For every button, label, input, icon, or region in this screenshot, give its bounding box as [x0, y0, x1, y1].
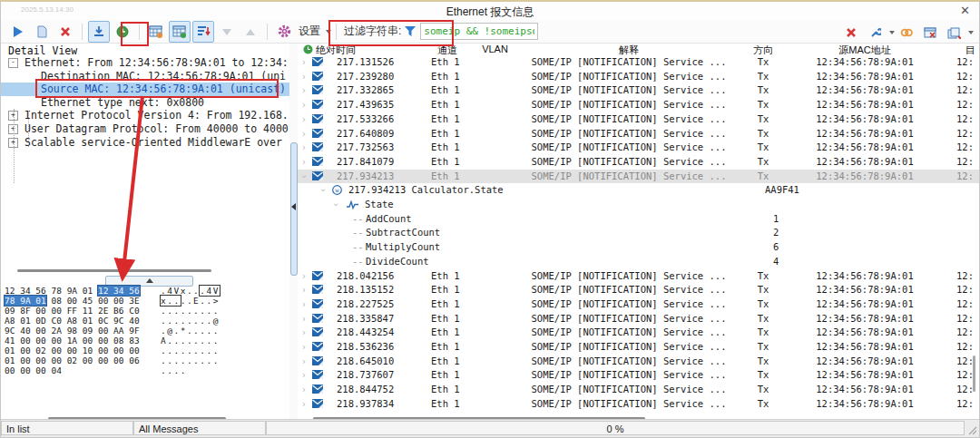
import-button[interactable]: [88, 21, 110, 43]
tree-item[interactable]: +Internet Protocol Version 4: From 192.1…: [1, 109, 289, 122]
start-button[interactable]: [7, 21, 29, 43]
table-row[interactable]: ›218.335847Eth 1SOME/IP [NOTIFICATION] S…: [298, 312, 980, 326]
settings-label[interactable]: 设置: [299, 24, 320, 39]
clear-button[interactable]: [54, 21, 76, 43]
tree-item[interactable]: Source MAC: 12:34:56:78:9A:01 (unicast): [1, 83, 289, 96]
hex-row[interactable]: 78 9A 01 08 00 45 00 00 3Ex....E..>: [5, 296, 286, 306]
col-header-vlan[interactable]: VLAN: [470, 44, 520, 54]
table-info-button[interactable]: [145, 21, 167, 43]
table-row[interactable]: ›217.841079Eth 1SOME/IP [NOTIFICATION] S…: [298, 155, 980, 170]
chevron-down-icon[interactable]: [326, 30, 331, 34]
chevron-right-icon[interactable]: ›: [302, 368, 306, 383]
table-add-icon: [172, 25, 187, 38]
link-button[interactable]: [896, 22, 917, 44]
delete-filter-button[interactable]: [840, 22, 862, 44]
table-row[interactable]: ›218.135152Eth 1SOME/IP [NOTIFICATION] S…: [298, 283, 980, 297]
tree-item[interactable]: Destination MAC: 12:34:56:78:9A:01 (uni: [1, 70, 289, 83]
chevron-down-icon[interactable]: ›: [334, 198, 338, 212]
table-row[interactable]: ›218.645010Eth 1SOME/IP [NOTIFICATION] S…: [298, 355, 980, 369]
table-row[interactable]: --MultiplyCount6: [298, 240, 980, 255]
chevron-right-icon[interactable]: ›: [302, 141, 306, 155]
signal-wave-icon: [347, 200, 358, 209]
hex-row[interactable]: 9C 40 00 2A 98 09 00 AA 9F.@.*.....: [5, 326, 286, 336]
cell-dest-mac: 12:: [956, 326, 974, 340]
chevron-right-icon[interactable]: ›: [302, 70, 306, 84]
panel-splitter[interactable]: [289, 44, 298, 421]
table-row[interactable]: ›217.533266Eth 1SOME/IP [NOTIFICATION] S…: [298, 112, 980, 127]
table-row[interactable]: ›217.640809Eth 1SOME/IP [NOTIFICATION] S…: [298, 127, 980, 141]
table-row[interactable]: ›217.131526Eth 1SOME/IP [NOTIFICATION] S…: [298, 55, 980, 70]
cell-channel: Eth 1: [431, 355, 460, 369]
tree-item-label: Ethernet: From 12:34:56:78:9A:01 to 12:3…: [24, 56, 289, 70]
table-row[interactable]: ›218.536236Eth 1SOME/IP [NOTIFICATION] S…: [298, 340, 980, 355]
tree-dash: --: [352, 226, 364, 240]
hex-row[interactable]: 09 8F 00 00 FF 11 2E B6 C0.........: [5, 306, 286, 316]
tree-item[interactable]: +Scalable service-Oriented MiddlewarE ov…: [1, 136, 289, 150]
chevron-right-icon[interactable]: ›: [302, 98, 306, 112]
table-row[interactable]: ›217.732563Eth 1SOME/IP [NOTIFICATION] S…: [298, 141, 980, 155]
chevron-right-icon[interactable]: ›: [302, 340, 306, 355]
table-row[interactable]: --DivideCount4: [298, 255, 980, 269]
hex-row[interactable]: 41 00 00 00 1A 00 00 08 83A........: [5, 336, 286, 346]
table-row[interactable]: ›218.227525Eth 1SOME/IP [NOTIFICATION] S…: [298, 297, 980, 312]
next-button[interactable]: [240, 21, 261, 43]
table-row[interactable]: ›218.937834Eth 1SOME/IP [NOTIFICATION] S…: [298, 397, 980, 412]
cell-source-mac: 12:34:56:78:9A:01: [806, 127, 924, 141]
table-row[interactable]: ›217.439635Eth 1SOME/IP [NOTIFICATION] S…: [298, 98, 980, 112]
table-row[interactable]: ›218.844752Eth 1SOME/IP [NOTIFICATION] S…: [298, 383, 980, 397]
table-row[interactable]: ›w217.934213 Calculator.StateAA9F41: [298, 183, 980, 198]
tree-horizontal-scrollbar[interactable]: [17, 269, 211, 272]
resize-grip-icon[interactable]: [967, 425, 977, 435]
chevron-right-icon[interactable]: ›: [302, 355, 306, 369]
hex-row[interactable]: A8 01 0D C0 A8 01 0C 9C 40........@: [5, 316, 286, 326]
table-row[interactable]: ›218.443254Eth 1SOME/IP [NOTIFICATION] S…: [298, 326, 980, 340]
table-row[interactable]: ›218.042156Eth 1SOME/IP [NOTIFICATION] S…: [298, 269, 980, 284]
prev-button[interactable]: [216, 21, 238, 43]
table-vertical-scrollbar[interactable]: [973, 355, 975, 392]
time-button[interactable]: [112, 21, 133, 43]
table-row[interactable]: --AddCount1: [298, 212, 980, 227]
chevron-right-icon[interactable]: ›: [302, 83, 306, 98]
detail-field-value: 2: [773, 226, 779, 240]
chevron-right-icon[interactable]: ›: [302, 269, 306, 284]
cell-interpretation: SOME/IP [NOTIFICATION] Service ...: [515, 340, 742, 355]
tree-item[interactable]: Ethernet type next: 0x0800: [1, 96, 289, 110]
table-row[interactable]: --SubtractCount2: [298, 226, 980, 240]
chevron-right-icon[interactable]: ›: [302, 155, 306, 170]
settings-gear-button[interactable]: [273, 21, 295, 43]
chevron-right-icon[interactable]: ›: [302, 326, 306, 340]
chevron-down-icon[interactable]: [968, 31, 974, 34]
tree-item[interactable]: +User Datagram Protocol: From 40000 to 4…: [1, 122, 289, 136]
hex-row[interactable]: 01 00 02 00 00 10 00 00 00.........: [5, 346, 286, 355]
table-row[interactable]: ›217.332865Eth 1SOME/IP [NOTIFICATION] S…: [298, 83, 980, 98]
new-document-button[interactable]: [31, 21, 53, 43]
chevron-right-icon[interactable]: ›: [302, 127, 306, 141]
export-button[interactable]: [943, 22, 965, 44]
table-row[interactable]: ›217.239280Eth 1SOME/IP [NOTIFICATION] S…: [298, 70, 980, 84]
chevron-right-icon[interactable]: ›: [302, 297, 306, 312]
hex-bytes: 01 00 02 00 00 10 00 00 00: [5, 346, 140, 355]
tree-item[interactable]: -Ethernet: From 12:34:56:78:9A:01 to 12:…: [1, 56, 289, 70]
hex-row[interactable]: 01 00 00 00 02 00 00 00 06.........: [5, 355, 286, 365]
cell-direction: Tx: [750, 155, 777, 170]
chevron-right-icon[interactable]: ›: [302, 397, 306, 412]
chevron-down-icon[interactable]: [889, 31, 895, 34]
chevron-right-icon[interactable]: ›: [302, 312, 306, 326]
chevron-right-icon[interactable]: ›: [302, 283, 306, 297]
chevron-right-icon[interactable]: ›: [302, 55, 306, 70]
table-row[interactable]: ›217.934213Eth 1SOME/IP [NOTIFICATION] S…: [298, 170, 980, 184]
chevron-right-icon[interactable]: ›: [302, 112, 306, 127]
collapse-expander-icon[interactable]: -: [8, 58, 18, 68]
table-detail-button[interactable]: [169, 21, 191, 43]
hex-row[interactable]: 00 00 00 04....: [5, 365, 286, 375]
chevron-right-icon[interactable]: ›: [302, 383, 306, 397]
filter-input[interactable]: [420, 23, 538, 40]
table-row[interactable]: ›218.737607Eth 1SOME/IP [NOTIFICATION] S…: [298, 368, 980, 383]
close-icon[interactable]: ✕: [960, 4, 970, 18]
chevron-down-icon[interactable]: ›: [321, 183, 325, 198]
table-row[interactable]: ›State: [298, 198, 980, 212]
chevron-down-icon[interactable]: ›: [302, 170, 306, 184]
close-table-button[interactable]: [919, 22, 941, 44]
sort-button[interactable]: [192, 21, 214, 43]
configure-button[interactable]: [864, 22, 886, 44]
